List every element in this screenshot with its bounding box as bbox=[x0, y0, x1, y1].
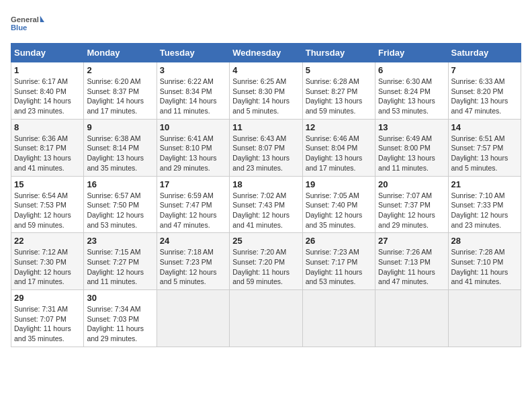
day-info: Sunrise: 7:15 AM Sunset: 7:27 PM Dayligh… bbox=[87, 248, 144, 285]
day-number: 8 bbox=[14, 122, 81, 132]
day-info: Sunrise: 6:30 AM Sunset: 8:24 PM Dayligh… bbox=[378, 77, 435, 115]
day-info: Sunrise: 7:34 AM Sunset: 7:03 PM Dayligh… bbox=[87, 305, 144, 342]
day-number: 18 bbox=[232, 179, 299, 189]
calendar-cell: 8 Sunrise: 6:36 AM Sunset: 8:17 PM Dayli… bbox=[11, 119, 84, 176]
svg-text:Blue: Blue bbox=[11, 24, 27, 32]
day-info: Sunrise: 7:20 AM Sunset: 7:20 PM Dayligh… bbox=[232, 248, 290, 285]
calendar-cell bbox=[230, 290, 302, 347]
calendar-week-4: 22 Sunrise: 7:12 AM Sunset: 7:30 PM Dayl… bbox=[11, 233, 521, 290]
calendar-cell: 19 Sunrise: 7:05 AM Sunset: 7:40 PM Dayl… bbox=[302, 176, 375, 233]
day-info: Sunrise: 6:36 AM Sunset: 8:17 PM Dayligh… bbox=[14, 134, 71, 172]
day-number: 14 bbox=[451, 122, 518, 132]
page-header: General Blue bbox=[11, 11, 521, 38]
day-info: Sunrise: 7:31 AM Sunset: 7:07 PM Dayligh… bbox=[14, 305, 71, 342]
day-info: Sunrise: 6:22 AM Sunset: 8:34 PM Dayligh… bbox=[160, 77, 217, 115]
calendar-cell: 14 Sunrise: 6:51 AM Sunset: 7:57 PM Dayl… bbox=[448, 119, 521, 176]
calendar-cell: 25 Sunrise: 7:20 AM Sunset: 7:20 PM Dayl… bbox=[230, 233, 302, 290]
day-info: Sunrise: 6:25 AM Sunset: 8:30 PM Dayligh… bbox=[232, 77, 290, 115]
day-info: Sunrise: 7:26 AM Sunset: 7:13 PM Dayligh… bbox=[378, 248, 435, 285]
day-number: 15 bbox=[14, 179, 81, 189]
calendar-header: SundayMondayTuesdayWednesdayThursdayFrid… bbox=[11, 44, 521, 62]
day-number: 3 bbox=[160, 65, 226, 75]
day-info: Sunrise: 6:46 AM Sunset: 8:04 PM Dayligh… bbox=[306, 134, 363, 172]
day-info: Sunrise: 7:10 AM Sunset: 7:33 PM Dayligh… bbox=[451, 191, 508, 229]
calendar-cell: 11 Sunrise: 6:43 AM Sunset: 8:07 PM Dayl… bbox=[230, 119, 302, 176]
day-number: 20 bbox=[378, 179, 445, 189]
calendar-cell: 1 Sunrise: 6:17 AM Sunset: 8:40 PM Dayli… bbox=[11, 62, 84, 120]
day-info: Sunrise: 7:05 AM Sunset: 7:40 PM Dayligh… bbox=[306, 191, 363, 229]
day-number: 12 bbox=[306, 122, 372, 132]
day-info: Sunrise: 6:43 AM Sunset: 8:07 PM Dayligh… bbox=[232, 134, 290, 172]
calendar-cell: 18 Sunrise: 7:02 AM Sunset: 7:43 PM Dayl… bbox=[230, 176, 302, 233]
day-info: Sunrise: 7:02 AM Sunset: 7:43 PM Dayligh… bbox=[232, 191, 290, 229]
calendar-cell bbox=[302, 290, 375, 347]
day-number: 9 bbox=[87, 122, 153, 132]
calendar-cell bbox=[157, 290, 229, 347]
calendar-cell: 3 Sunrise: 6:22 AM Sunset: 8:34 PM Dayli… bbox=[157, 62, 229, 120]
logo: General Blue bbox=[11, 11, 44, 38]
day-number: 6 bbox=[378, 65, 445, 75]
calendar-cell: 27 Sunrise: 7:26 AM Sunset: 7:13 PM Dayl… bbox=[375, 233, 448, 290]
calendar-cell: 28 Sunrise: 7:28 AM Sunset: 7:10 PM Dayl… bbox=[448, 233, 521, 290]
calendar-cell: 4 Sunrise: 6:25 AM Sunset: 8:30 PM Dayli… bbox=[230, 62, 302, 120]
header-thursday: Thursday bbox=[302, 44, 375, 62]
day-number: 4 bbox=[232, 65, 299, 75]
day-number: 26 bbox=[306, 236, 372, 246]
day-info: Sunrise: 6:57 AM Sunset: 7:50 PM Dayligh… bbox=[87, 191, 144, 229]
day-info: Sunrise: 6:38 AM Sunset: 8:14 PM Dayligh… bbox=[87, 134, 144, 172]
day-number: 27 bbox=[378, 236, 445, 246]
calendar-cell: 26 Sunrise: 7:23 AM Sunset: 7:17 PM Dayl… bbox=[302, 233, 375, 290]
calendar-table: SundayMondayTuesdayWednesdayThursdayFrid… bbox=[11, 43, 521, 347]
day-info: Sunrise: 6:33 AM Sunset: 8:20 PM Dayligh… bbox=[451, 77, 508, 115]
calendar-cell: 13 Sunrise: 6:49 AM Sunset: 8:00 PM Dayl… bbox=[375, 119, 448, 176]
calendar-cell bbox=[375, 290, 448, 347]
calendar-cell: 2 Sunrise: 6:20 AM Sunset: 8:37 PM Dayli… bbox=[84, 62, 157, 120]
day-number: 29 bbox=[14, 293, 81, 303]
calendar-cell: 21 Sunrise: 7:10 AM Sunset: 7:33 PM Dayl… bbox=[448, 176, 521, 233]
day-number: 7 bbox=[451, 65, 518, 75]
logo-svg: General Blue bbox=[11, 11, 44, 38]
day-info: Sunrise: 6:28 AM Sunset: 8:27 PM Dayligh… bbox=[306, 77, 363, 115]
day-number: 22 bbox=[14, 236, 81, 246]
day-number: 19 bbox=[306, 179, 372, 189]
day-info: Sunrise: 7:18 AM Sunset: 7:23 PM Dayligh… bbox=[160, 248, 217, 285]
day-number: 28 bbox=[451, 236, 518, 246]
header-tuesday: Tuesday bbox=[157, 44, 229, 62]
day-number: 1 bbox=[14, 65, 81, 75]
day-info: Sunrise: 6:17 AM Sunset: 8:40 PM Dayligh… bbox=[14, 77, 71, 115]
day-number: 5 bbox=[306, 65, 372, 75]
calendar-cell: 23 Sunrise: 7:15 AM Sunset: 7:27 PM Dayl… bbox=[84, 233, 157, 290]
header-saturday: Saturday bbox=[448, 44, 521, 62]
calendar-cell: 5 Sunrise: 6:28 AM Sunset: 8:27 PM Dayli… bbox=[302, 62, 375, 120]
calendar-cell: 16 Sunrise: 6:57 AM Sunset: 7:50 PM Dayl… bbox=[84, 176, 157, 233]
svg-text:General: General bbox=[11, 15, 39, 24]
header-monday: Monday bbox=[84, 44, 157, 62]
calendar-cell: 30 Sunrise: 7:34 AM Sunset: 7:03 PM Dayl… bbox=[84, 290, 157, 347]
header-sunday: Sunday bbox=[11, 44, 84, 62]
day-number: 21 bbox=[451, 179, 518, 189]
calendar-cell: 10 Sunrise: 6:41 AM Sunset: 8:10 PM Dayl… bbox=[157, 119, 229, 176]
day-number: 11 bbox=[232, 122, 299, 132]
calendar-cell: 29 Sunrise: 7:31 AM Sunset: 7:07 PM Dayl… bbox=[11, 290, 84, 347]
svg-marker-2 bbox=[40, 16, 44, 22]
day-number: 24 bbox=[160, 236, 226, 246]
calendar-week-3: 15 Sunrise: 6:54 AM Sunset: 7:53 PM Dayl… bbox=[11, 176, 521, 233]
day-number: 17 bbox=[160, 179, 226, 189]
calendar-cell: 15 Sunrise: 6:54 AM Sunset: 7:53 PM Dayl… bbox=[11, 176, 84, 233]
day-number: 2 bbox=[87, 65, 153, 75]
day-info: Sunrise: 6:51 AM Sunset: 7:57 PM Dayligh… bbox=[451, 134, 508, 172]
calendar-cell: 22 Sunrise: 7:12 AM Sunset: 7:30 PM Dayl… bbox=[11, 233, 84, 290]
calendar-cell: 6 Sunrise: 6:30 AM Sunset: 8:24 PM Dayli… bbox=[375, 62, 448, 120]
day-info: Sunrise: 7:12 AM Sunset: 7:30 PM Dayligh… bbox=[14, 248, 71, 285]
calendar-week-1: 1 Sunrise: 6:17 AM Sunset: 8:40 PM Dayli… bbox=[11, 62, 521, 120]
day-info: Sunrise: 6:49 AM Sunset: 8:00 PM Dayligh… bbox=[378, 134, 435, 172]
calendar-cell: 12 Sunrise: 6:46 AM Sunset: 8:04 PM Dayl… bbox=[302, 119, 375, 176]
day-info: Sunrise: 7:07 AM Sunset: 7:37 PM Dayligh… bbox=[378, 191, 435, 229]
calendar-cell: 9 Sunrise: 6:38 AM Sunset: 8:14 PM Dayli… bbox=[84, 119, 157, 176]
header-wednesday: Wednesday bbox=[230, 44, 302, 62]
day-number: 23 bbox=[87, 236, 153, 246]
day-info: Sunrise: 7:28 AM Sunset: 7:10 PM Dayligh… bbox=[451, 248, 508, 285]
calendar-week-5: 29 Sunrise: 7:31 AM Sunset: 7:07 PM Dayl… bbox=[11, 290, 521, 347]
calendar-body: 1 Sunrise: 6:17 AM Sunset: 8:40 PM Dayli… bbox=[11, 62, 521, 347]
calendar-cell: 20 Sunrise: 7:07 AM Sunset: 7:37 PM Dayl… bbox=[375, 176, 448, 233]
